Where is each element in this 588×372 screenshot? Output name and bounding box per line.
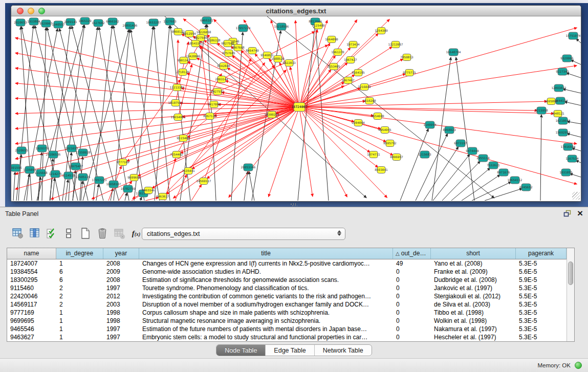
table-cell[interactable]: 49 <box>393 259 431 268</box>
table-cell[interactable]: Tibbo et al. (1998) <box>431 309 516 317</box>
memory-status-icon[interactable] <box>575 362 582 369</box>
table-cell[interactable]: Yano et al. (2008) <box>431 259 516 268</box>
delete-table-icon[interactable] <box>113 227 126 240</box>
table-cell[interactable]: 1998 <box>103 309 139 317</box>
table-cell[interactable]: 0 <box>393 333 431 341</box>
column-header-title[interactable]: title <box>139 248 393 259</box>
table-row[interactable]: 946362711997Embryonic stem cells: a mode… <box>7 333 567 341</box>
table-cell[interactable]: 14569117 <box>7 300 56 309</box>
table-mode-icon[interactable] <box>11 227 25 240</box>
table-cell[interactable]: 9699695 <box>7 317 56 325</box>
table-cell[interactable]: 9777169 <box>7 309 56 317</box>
graph-edge[interactable] <box>187 62 299 107</box>
table-cell[interactable]: 0 <box>393 268 431 276</box>
column-header-year[interactable]: year <box>103 248 139 259</box>
graph-edge[interactable] <box>269 107 299 196</box>
table-cell[interactable]: 9115460 <box>7 284 56 292</box>
table-selector-dropdown[interactable]: citations_edges.txt <box>142 228 345 240</box>
graph-edge[interactable] <box>93 26 112 201</box>
column-visibility-icon[interactable] <box>28 227 41 240</box>
tab-network-table[interactable]: Network Table <box>315 345 372 356</box>
table-cell[interactable]: 5.3E-5 <box>516 300 567 309</box>
zoom-window-icon[interactable] <box>38 8 45 14</box>
table-cell[interactable]: Embryonic stem cells: a model to study s… <box>139 333 393 341</box>
table-cell[interactable]: 2008 <box>103 259 139 268</box>
table-cell[interactable]: Dudbridge et al. (2008) <box>431 276 516 284</box>
table-cell[interactable]: 0 <box>393 309 431 317</box>
table-cell[interactable]: 1997 <box>103 325 139 333</box>
table-cell[interactable]: 19384554 <box>7 268 56 276</box>
table-cell[interactable]: 0 <box>393 292 431 300</box>
table-cell[interactable]: 0 <box>393 317 431 325</box>
table-cell[interactable]: Changes of HCN gene expression and I(f) … <box>139 259 393 268</box>
table-row[interactable]: 2242004622012Investigating the contribut… <box>7 292 567 300</box>
table-cell[interactable]: 5.3E-5 <box>516 284 567 292</box>
table-cell[interactable]: 5.3E-5 <box>516 333 567 341</box>
tab-edge-table[interactable]: Edge Table <box>266 345 314 356</box>
table-cell[interactable]: Nakamura et al. (1997) <box>431 325 516 333</box>
tab-node-table[interactable]: Node Table <box>216 345 266 356</box>
table-cell[interactable]: 18300295 <box>7 276 56 284</box>
table-cell[interactable]: 2009 <box>103 268 139 276</box>
scrollbar-thumb[interactable] <box>568 261 573 285</box>
table-cell[interactable]: 0 <box>393 276 431 284</box>
graph-edge[interactable] <box>299 28 577 107</box>
column-header-name[interactable]: name <box>7 248 56 259</box>
table-cell[interactable]: 0 <box>393 300 431 309</box>
table-cell[interactable]: 5.3E-5 <box>516 259 567 268</box>
table-cell[interactable]: 9465546 <box>7 325 56 333</box>
table-cell[interactable]: Investigating the contribution of common… <box>139 292 393 300</box>
graph-edge[interactable] <box>540 115 541 201</box>
table-cell[interactable]: Disruption of a novel member of a sodium… <box>139 300 393 309</box>
float-panel-icon[interactable] <box>563 210 571 217</box>
graph-edge[interactable] <box>299 107 577 184</box>
graph-edge[interactable] <box>125 193 127 201</box>
graph-edge[interactable] <box>180 25 206 201</box>
row-height-icon[interactable] <box>62 227 75 240</box>
column-header-short[interactable]: short <box>431 248 516 259</box>
table-cell[interactable]: 1 <box>56 309 103 317</box>
graph-edge[interactable] <box>52 178 55 201</box>
graph-edge[interactable] <box>571 60 581 64</box>
graph-edge[interactable] <box>177 40 178 87</box>
graph-edge[interactable] <box>299 107 370 152</box>
table-row[interactable]: 1938455462009Genome-wide association stu… <box>7 268 567 276</box>
table-cell[interactable]: Structural magnetic resonance image aver… <box>139 317 393 325</box>
table-row[interactable]: 1872400712008Changes of HCN gene express… <box>7 259 567 268</box>
table-cell[interactable]: Stergiakouli et al. (2012) <box>431 292 516 300</box>
graph-edge[interactable] <box>299 107 381 129</box>
table-row[interactable]: 977716911998Corpus callosum shape and si… <box>7 309 567 317</box>
table-cell[interactable]: 22420046 <box>7 292 56 300</box>
panel-splitter-handle[interactable] <box>290 203 297 206</box>
graph-edge[interactable] <box>567 134 581 137</box>
table-cell[interactable]: 2003 <box>103 300 139 309</box>
network-canvas[interactable]: 2020653193380493299671340557208914110653… <box>11 16 581 201</box>
graph-edge[interactable] <box>15 107 299 159</box>
graph-edge[interactable] <box>299 101 547 107</box>
graph-edge[interactable] <box>299 107 347 197</box>
column-header-out_de[interactable]: △out_de… <box>393 248 431 259</box>
table-cell[interactable]: 2 <box>56 284 103 292</box>
table-cell[interactable]: 6 <box>56 276 103 284</box>
table-cell[interactable]: 2 <box>56 300 103 309</box>
graph-edge[interactable] <box>50 159 53 201</box>
minimize-window-icon[interactable] <box>28 8 34 14</box>
graph-edge[interactable] <box>567 73 581 78</box>
table-cell[interactable]: Corpus callosum shape and size in male p… <box>139 309 393 317</box>
table-cell[interactable]: 1997 <box>103 333 139 341</box>
table-cell[interactable]: 1 <box>56 333 103 341</box>
table-row[interactable]: 946554611997Estimation of the future num… <box>7 325 567 333</box>
table-cell[interactable]: Franke et al. (2009) <box>431 268 516 276</box>
function-builder-icon[interactable]: f(x) <box>129 227 143 240</box>
table-cell[interactable]: 1998 <box>103 317 139 325</box>
table-cell[interactable]: 5.3E-5 <box>516 309 567 317</box>
table-cell[interactable]: de Silva et al. (2003) <box>431 300 516 309</box>
table-row[interactable]: 1830029562008Estimation of significance … <box>7 276 567 284</box>
table-cell[interactable]: 0 <box>393 325 431 333</box>
graph-edge[interactable] <box>249 171 254 201</box>
delete-rows-icon[interactable] <box>96 227 109 240</box>
graph-edge[interactable] <box>66 180 68 201</box>
graph-edge[interactable] <box>295 20 299 107</box>
table-cell[interactable]: 0 <box>393 284 431 292</box>
table-cell[interactable]: 2012 <box>103 292 139 300</box>
